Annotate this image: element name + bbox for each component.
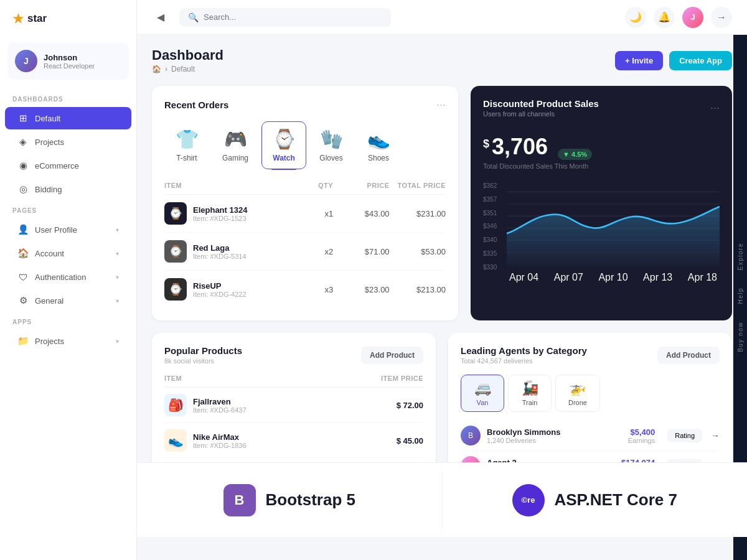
col-item: ITEM xyxy=(164,375,337,382)
cell-qty: x2 xyxy=(277,247,333,256)
tab-gloves[interactable]: 🧤 Gloves xyxy=(309,121,354,169)
pages-label: PAGES xyxy=(0,201,136,218)
sidebar-item-projects[interactable]: ◈ Projects xyxy=(5,131,131,153)
chart-y-label: $330 xyxy=(483,264,502,271)
tab-label: Gloves xyxy=(319,154,342,162)
table-row: ⌚ Elephant 1324 Item: #XDG-1523 x1 $43.0… xyxy=(164,195,446,233)
sidebar-toggle[interactable]: ◀ xyxy=(152,9,169,26)
product-name: Nike AirMax xyxy=(193,432,247,442)
sidebar-item-ecommerce[interactable]: ◉ eCommerce xyxy=(5,154,131,177)
dollar-sign: $ xyxy=(483,138,489,151)
chevron-icon: ▾ xyxy=(116,274,119,281)
item-sku: Item: #XDG-1523 xyxy=(193,215,247,222)
agent-tab-van[interactable]: 🚐 Van xyxy=(461,375,504,412)
tab-label: Gaming xyxy=(222,154,248,162)
sales-subtitle: Users from all channels xyxy=(483,110,599,118)
aspnet-name: ASP.NET Core 7 xyxy=(555,490,677,510)
chart-x-label: Apr 13 xyxy=(643,272,672,283)
rating-button[interactable]: Rating xyxy=(667,429,702,442)
breadcrumb-home-icon: 🏠 xyxy=(152,65,161,73)
item-name: Red Laga xyxy=(193,243,247,253)
sidebar-item-label: Projects xyxy=(35,138,64,147)
col-item: ITEM xyxy=(164,182,277,189)
arrow-icon[interactable]: → xyxy=(711,431,720,441)
product-thumb: 🎒 xyxy=(164,394,187,416)
notification-icon[interactable]: 🔔 xyxy=(654,7,675,28)
sidebar-item-bidding[interactable]: ◎ Bidding xyxy=(5,178,131,200)
dashboards-label: DASHBOARDS xyxy=(0,90,136,106)
page-title: Dashboard xyxy=(152,47,223,63)
table-header: ITEM QTY PRICE TOTAL PRICE xyxy=(164,182,446,195)
cell-price: $43.00 xyxy=(333,209,389,218)
card-menu-icon[interactable]: ··· xyxy=(436,98,446,111)
topbar: ◀ 🔍 🌙 🔔 J → xyxy=(137,0,747,35)
sidebar-item-default[interactable]: ⊞ Default xyxy=(5,107,131,129)
product-sku: Item: #XDG-6437 xyxy=(193,406,247,414)
chevron-icon: ▾ xyxy=(116,226,119,233)
sales-menu-icon[interactable]: ··· xyxy=(710,101,720,114)
auth-icon: 🛡 xyxy=(17,271,29,282)
page-header-actions: + Invite Create App xyxy=(615,51,732,70)
general-icon: ⚙ xyxy=(17,295,29,306)
cell-qty: x3 xyxy=(277,285,333,294)
sidebar-item-general[interactable]: ⚙ General ▾ xyxy=(5,289,131,312)
tab-gaming[interactable]: 🎮 Gaming xyxy=(212,121,259,169)
badge-text: ▼ 4.5% xyxy=(563,151,587,158)
tab-label: T-shirt xyxy=(176,154,197,162)
logo-text: star xyxy=(27,12,47,25)
account-icon: 🏠 xyxy=(17,248,29,259)
agent-tabs: 🚐 Van 🚂 Train 🚁 Drone xyxy=(461,375,720,412)
tab-label: Watch xyxy=(273,154,295,162)
leading-agents-title: Leading Agents by Category xyxy=(461,345,587,356)
breadcrumb-separator: › xyxy=(165,65,167,73)
settings-icon[interactable]: → xyxy=(711,7,732,28)
chart-y-label: $351 xyxy=(483,210,502,217)
tab-label: Train xyxy=(522,399,538,406)
watch-icon: ⌚ xyxy=(273,128,296,150)
item-details: RiseUP Item: #XDG-4222 xyxy=(193,281,247,298)
breadcrumb: 🏠 › Default xyxy=(152,65,223,73)
sidebar-item-label: Account xyxy=(35,249,64,258)
item-thumb: ⌚ xyxy=(164,278,187,301)
logo-icon: ★ xyxy=(12,11,24,26)
gaming-icon: 🎮 xyxy=(224,128,247,150)
agent-tab-drone[interactable]: 🚁 Drone xyxy=(555,375,600,412)
table-row: ⌚ RiseUP Item: #XDG-4222 x3 $23.00 $213.… xyxy=(164,271,446,308)
help-label[interactable]: Help xyxy=(737,287,744,304)
item-thumb: ⌚ xyxy=(164,202,187,225)
buy-now-label[interactable]: Buy now xyxy=(737,322,744,352)
chevron-icon: ▾ xyxy=(116,250,119,257)
topbar-avatar[interactable]: J xyxy=(682,7,703,28)
main-content: ◀ 🔍 🌙 🔔 J → Dashboard 🏠 › Default xyxy=(137,0,747,560)
explore-label[interactable]: Explore xyxy=(737,243,744,270)
tab-tshirt[interactable]: 👕 T-shirt xyxy=(164,121,209,169)
bidding-icon: ◎ xyxy=(17,184,29,195)
tab-watch[interactable]: ⌚ Watch xyxy=(261,121,306,169)
sidebar-item-label: Projects xyxy=(35,337,64,346)
page-title-group: Dashboard 🏠 › Default xyxy=(152,47,223,73)
bootstrap-icon: B xyxy=(235,492,245,508)
drone-icon: 🚁 xyxy=(569,380,586,396)
order-tabs: 👕 T-shirt 🎮 Gaming ⌚ Watch 🧤 xyxy=(164,121,446,169)
agent-tab-train[interactable]: 🚂 Train xyxy=(508,375,552,412)
earnings: $5,400 xyxy=(628,427,655,437)
sidebar-item-authentication[interactable]: 🛡 Authentication ▾ xyxy=(5,266,131,288)
sidebar-item-user-profile[interactable]: 👤 User Profile ▾ xyxy=(5,218,131,241)
sidebar-item-label: User Profile xyxy=(35,225,77,235)
sidebar-item-account[interactable]: 🏠 Account ▾ xyxy=(5,242,131,264)
sidebar-item-projects-app[interactable]: 📁 Projects ▾ xyxy=(5,330,131,352)
invite-button[interactable]: + Invite xyxy=(615,51,663,70)
agent-name: Brooklyn Simmons xyxy=(487,427,622,437)
search-input[interactable] xyxy=(204,12,382,22)
item-info: ⌚ Red Laga Item: #XDG-5314 xyxy=(164,240,277,263)
theme-toggle-icon[interactable]: 🌙 xyxy=(625,7,646,28)
item-info: 👟 Nike AirMax Item: #XDG-1836 xyxy=(164,429,337,452)
cell-total: $53.00 xyxy=(390,247,446,256)
tab-shoes[interactable]: 👟 Shoes xyxy=(356,121,401,169)
add-agent-button[interactable]: Add Product xyxy=(657,347,720,364)
chart-x-label: Apr 07 xyxy=(554,272,583,283)
leading-agents-subtitle: Total 424,567 deliveries xyxy=(461,357,587,365)
create-app-button[interactable]: Create App xyxy=(669,51,732,70)
default-icon: ⊞ xyxy=(17,113,29,124)
add-product-button[interactable]: Add Product xyxy=(361,347,423,364)
